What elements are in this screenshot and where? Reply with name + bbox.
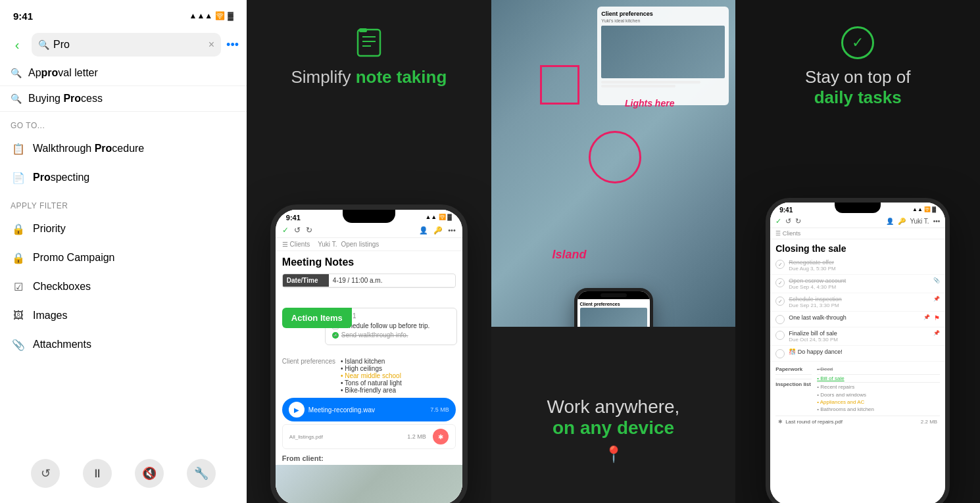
task-title-happy-dance: 🎊 Do happy dance! xyxy=(789,348,940,355)
iphone-search-panel: 9:41 ▲▲▲ 🛜 ▓ ‹ 🔍 Pro × ••• 🔍 Approval le… xyxy=(0,0,247,503)
panel3-title-line1: Stay on top of xyxy=(735,67,980,87)
annotation-circle-2 xyxy=(589,131,641,183)
phone-key-icon: 🔑 xyxy=(433,226,443,235)
task-check-escrow: ✓ xyxy=(775,278,785,287)
panel2-title-accent: on any device xyxy=(491,418,736,439)
status-time: 9:41 xyxy=(13,11,33,22)
search-clear-button[interactable]: × xyxy=(208,39,214,51)
goto-item-walkthrough[interactable]: 📋 Walkthrough Procedure xyxy=(0,134,247,163)
task-finalize: Finalize bill of sale Due Oct 24, 5:30 P… xyxy=(770,327,945,346)
interior-image xyxy=(276,465,462,503)
walkthrough-flag-icon: ⚑ xyxy=(934,314,940,322)
search-history-icon: 🔍 xyxy=(11,68,22,78)
panel3-title-accent: daily tasks xyxy=(735,87,980,108)
filter-text-priority: Priority xyxy=(33,223,66,235)
breadcrumb-clients: ☰ Clients xyxy=(282,241,310,248)
phone-breadcrumb-clients: ☰ Clients Yuki T. Open listings xyxy=(282,241,379,248)
phone3-user-name: Yuki T. xyxy=(910,218,929,225)
phone3-breadcrumb: ☰ Clients xyxy=(770,228,945,239)
annotation-text-island: Island xyxy=(552,248,587,262)
task-check-renegotiate: ✓ xyxy=(775,260,785,269)
filter-section-label: APPLY FILTER xyxy=(0,192,247,214)
phone-person-icon: 👤 xyxy=(419,226,428,235)
settings-button[interactable]: 🔧 xyxy=(187,459,216,488)
goto-text-prospecting: Prospecting xyxy=(33,172,89,183)
task-title-inspection: Schedule inspection xyxy=(789,296,929,302)
phone-undo-icon: ↺ xyxy=(294,226,301,235)
phone3-breadcrumb-clients: ☰ Clients xyxy=(775,230,800,237)
phone3-icons: ▲▲ 🛜 ▓ xyxy=(912,206,936,214)
task-title-escrow: Open escrow account xyxy=(789,277,929,284)
client-prefs-list: • Island kitchen • High ceilings • Near … xyxy=(341,358,402,394)
date-label: Date/Time xyxy=(283,274,329,287)
filter-item-priority[interactable]: 🔒 Priority xyxy=(0,214,247,243)
filter-item-images[interactable]: 🖼 Images xyxy=(0,301,247,330)
attachments-icon: 📎 xyxy=(11,337,26,352)
suggestion-text-process: Buying Process xyxy=(28,93,103,105)
task-text-2: Send walkthrough info. xyxy=(341,331,408,339)
client-prefs-label: Client preferences xyxy=(282,358,335,394)
inspection-bathrooms: • Bathrooms and kitchen xyxy=(817,406,940,413)
pdf-name-3: Last round of repairs.pdf xyxy=(785,419,918,425)
back-button[interactable]: ‹ xyxy=(8,36,26,54)
search-box[interactable]: 🔍 Pro × xyxy=(32,33,221,57)
task-text-walkthrough: One last walk-through xyxy=(789,314,919,321)
filter-item-attachments[interactable]: 📎 Attachments xyxy=(0,330,247,359)
note-icon-large xyxy=(353,26,385,59)
filter-text-promo: Promo Campaign xyxy=(33,252,115,264)
phone-more-icon: ••• xyxy=(448,226,456,234)
panel-note-taking: Simplify note taking 9:41 ▲▲ 🛜 ▓ ✓ ↺ ↻ 👤… xyxy=(247,0,491,503)
walkthrough-pin-icon: 📌 xyxy=(923,314,930,320)
suggestion-item-process[interactable]: 🔍 Buying Process xyxy=(0,86,247,112)
lock-icon-promo: 🔒 xyxy=(11,250,26,266)
search-bar-row: ‹ 🔍 Pro × ••• xyxy=(0,29,247,60)
filter-text-checkboxes: Checkboxes xyxy=(33,281,91,293)
phone3-check-icon: ✓ xyxy=(775,217,781,226)
inspection-appliances: • Appliances and AC xyxy=(817,398,940,406)
phone3-undo-icon: ↺ xyxy=(785,217,791,226)
phone-toolbar-1: ✓ ↺ ↻ 👤 🔑 ••• xyxy=(276,223,462,238)
goto-item-prospecting[interactable]: 📄 Prospecting xyxy=(0,163,247,192)
location-icon: 📍 xyxy=(491,445,736,464)
task-text-renegotiate: Renegotiate offer Due Aug 3, 5:30 PM xyxy=(789,259,940,272)
mute-button[interactable]: 🔇 xyxy=(135,459,164,488)
refresh-button[interactable]: ↺ xyxy=(31,459,60,488)
task-due-inspection: Due Sep 21, 3:30 PM xyxy=(789,302,929,308)
play-button[interactable]: ▶ xyxy=(289,402,305,418)
pref-near-middle-school: • Near middle school xyxy=(341,372,402,379)
panel1-title-accent: note taking xyxy=(356,67,447,87)
pdf-size-3: 2.2 MB xyxy=(921,419,937,425)
svg-rect-0 xyxy=(358,30,380,56)
search-query: Pro xyxy=(53,39,70,51)
annotation-text-lights: Lights here xyxy=(625,98,674,108)
filter-item-checkboxes[interactable]: ☑ Checkboxes xyxy=(0,272,247,301)
phone-mockup-3: 9:41 ▲▲ 🛜 ▓ ✓ ↺ ↻ 👤 🔑 Yuki T. ••• xyxy=(766,198,950,503)
phone3-inner: 9:41 ▲▲ 🛜 ▓ ✓ ↺ ↻ 👤 🔑 Yuki T. ••• xyxy=(770,203,945,503)
task-due-escrow: Due Sep 4, 4:30 PM xyxy=(789,284,929,290)
laptop-screen-overlay: Client preferences Yuki's ideal kitchen xyxy=(597,7,729,105)
panel1-title: Simplify note taking xyxy=(247,67,491,87)
task-renegotiate: ✓ Renegotiate offer Due Aug 3, 5:30 PM xyxy=(770,256,945,275)
phone-overlay-kitchen: Client preferences Yuki's ideal kitchen xyxy=(574,288,653,327)
inspection-doors-windows: • Doors and windows xyxy=(817,391,940,398)
more-options-button[interactable]: ••• xyxy=(226,38,239,52)
checkbox-icon: ☑ xyxy=(11,279,26,295)
phone-redo-icon: ↻ xyxy=(306,226,312,235)
breadcrumb-user: Yuki T. xyxy=(318,241,337,248)
task-happy-dance: 🎊 Do happy dance! xyxy=(770,346,945,362)
checkmark-circle-icon: ✓ xyxy=(841,26,874,59)
wifi-icon: 🛜 xyxy=(215,11,225,20)
task-text-1: Schedule follow up before trip. xyxy=(341,322,430,329)
from-client-label: From client: xyxy=(276,452,462,465)
phone-overlay-title: Client preferences xyxy=(580,302,647,306)
filter-item-promo[interactable]: 🔒 Promo Campaign xyxy=(0,243,247,272)
laptop-doc-subtitle: Yuki's ideal kitchen xyxy=(601,18,725,23)
task-title-renegotiate: Renegotiate offer xyxy=(789,259,940,266)
suggestion-item-approval[interactable]: 🔍 Approval letter xyxy=(0,60,247,86)
paperwork-label: Paperwork xyxy=(775,364,812,375)
search-icon: 🔍 xyxy=(38,39,49,50)
inspection-pin-icon: 📌 xyxy=(933,296,940,302)
pause-button[interactable]: ⏸ xyxy=(83,459,112,488)
panel-any-device: Client preferences Yuki's ideal kitchen … xyxy=(491,0,736,503)
paperwork-bill-of-sale: • Bill of sale xyxy=(817,375,940,382)
